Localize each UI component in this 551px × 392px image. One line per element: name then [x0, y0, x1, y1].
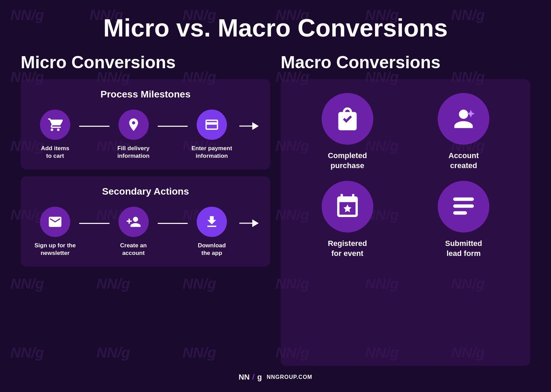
secondary-actions-card: Secondary Actions Sign up for thenewslet…: [21, 176, 270, 267]
download-circle: [197, 207, 227, 237]
connector-4: [158, 223, 188, 224]
process-item-cart: Add itemsto cart: [31, 110, 79, 160]
cart-label: Add itemsto cart: [41, 145, 69, 160]
delivery-circle: [118, 110, 149, 140]
newsletter-label: Sign up for thenewsletter: [34, 242, 76, 257]
macro-conversions-column: Macro Conversions Completedpurchase: [281, 52, 530, 366]
credit-card-icon: [204, 117, 219, 132]
micro-conversions-column: Micro Conversions Process Milestones Add…: [21, 52, 270, 366]
arrow-right-icon-2: [239, 216, 260, 230]
connector-3: [79, 223, 110, 224]
macro-conversions-card: Completedpurchase Accountcreated: [281, 79, 530, 366]
columns-layout: Micro Conversions Process Milestones Add…: [21, 52, 530, 366]
process-item-payment: Enter paymentinformation: [188, 110, 236, 160]
footer-slash: /: [252, 373, 254, 382]
process-arrow: [239, 119, 260, 133]
download-label: Downloadthe app: [198, 242, 226, 257]
person-star-icon: [450, 105, 477, 133]
email-icon: [48, 214, 63, 229]
footer-g: g: [257, 373, 262, 382]
svg-marker-3: [252, 219, 259, 227]
process-milestones-row: Add itemsto cart Fill deliveryinformatio…: [31, 110, 260, 160]
footer-logo: NN: [239, 373, 250, 382]
svg-rect-6: [453, 205, 474, 208]
connector-1: [79, 126, 110, 127]
micro-conversions-title: Micro Conversions: [21, 52, 270, 72]
delivery-label: Fill deliveryinformation: [117, 145, 150, 160]
account-created-circle: [438, 93, 489, 145]
submitted-lead-form-label: Submittedlead form: [445, 239, 482, 258]
form-lines-icon: [450, 193, 477, 220]
secondary-actions-row: Sign up for thenewsletter Create anaccou…: [31, 207, 260, 257]
svg-rect-7: [453, 212, 467, 215]
cart-icon: [48, 117, 63, 132]
process-milestones-card: Process Milestones Add itemsto cart: [21, 79, 270, 169]
calendar-star-icon: [334, 193, 361, 220]
purchase-circle: [322, 93, 373, 145]
payment-circle: [197, 110, 227, 140]
footer: NN / g NNGROUP.COM: [239, 373, 312, 382]
arrow-right-icon: [239, 119, 260, 133]
macro-item-event: Registeredfor event: [294, 181, 401, 258]
svg-point-4: [459, 110, 468, 119]
process-item-delivery: Fill deliveryinformation: [110, 110, 158, 160]
account-circle: [118, 207, 149, 237]
person-add-icon: [126, 214, 141, 229]
location-icon: [126, 117, 141, 132]
secondary-actions-heading: Secondary Actions: [31, 186, 260, 197]
process-milestones-heading: Process Milestones: [31, 89, 260, 100]
cart-circle: [40, 110, 70, 140]
registered-event-label: Registeredfor event: [328, 239, 367, 258]
connector-2: [158, 126, 188, 127]
create-account-label: Create anaccount: [120, 242, 147, 257]
completed-purchase-label: Completedpurchase: [328, 151, 367, 171]
account-created-label: Accountcreated: [448, 151, 479, 171]
shopping-bag-check-icon: [334, 105, 361, 133]
newsletter-circle: [40, 207, 70, 237]
event-circle: [322, 181, 373, 233]
macro-item-purchase: Completedpurchase: [294, 93, 401, 171]
payment-label: Enter paymentinformation: [191, 145, 232, 160]
footer-url: NNGROUP.COM: [267, 374, 312, 380]
secondary-arrow: [239, 216, 260, 230]
process-item-download: Downloadthe app: [188, 207, 236, 257]
macro-grid: Completedpurchase Accountcreated: [291, 90, 520, 262]
process-item-newsletter: Sign up for thenewsletter: [31, 207, 79, 257]
process-item-account: Create anaccount: [110, 207, 158, 257]
macro-conversions-title: Macro Conversions: [281, 52, 530, 72]
lead-form-circle: [438, 181, 489, 233]
svg-marker-1: [252, 122, 259, 130]
macro-item-lead-form: Submittedlead form: [411, 181, 517, 258]
main-title: Micro vs. Macro Conversions: [103, 14, 448, 42]
download-icon: [204, 214, 219, 229]
macro-item-account-created: Accountcreated: [411, 93, 517, 171]
content-wrapper: Micro vs. Macro Conversions Micro Conver…: [0, 0, 551, 392]
svg-rect-5: [453, 198, 474, 201]
